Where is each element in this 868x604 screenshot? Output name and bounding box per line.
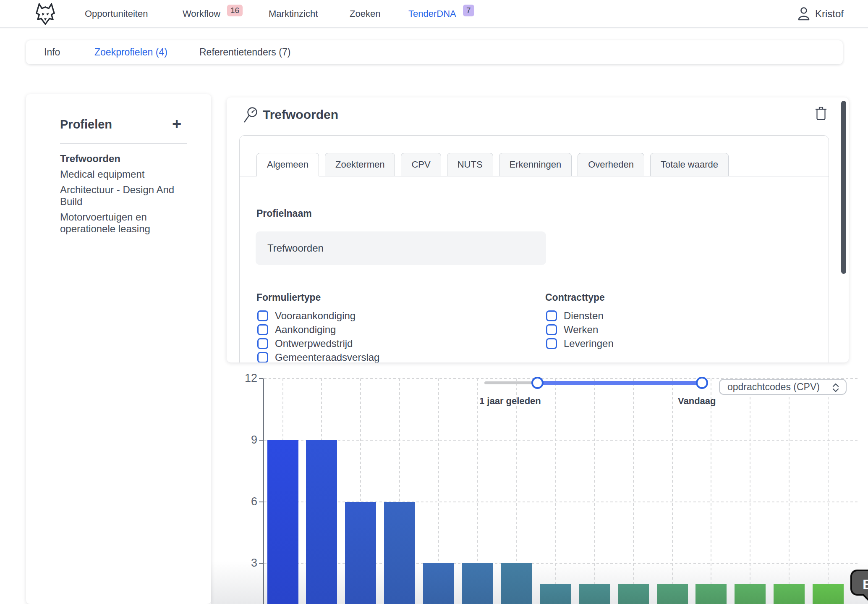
profile-detail-card: Trefwoorden Algemeen Zoektermen CPV NUTS… [227,97,849,362]
bar[interactable] [813,584,844,604]
ptab-erkenningen[interactable]: Erkenningen [499,153,572,176]
bar[interactable] [345,502,376,604]
profile-list-item-motorvoertuigen[interactable]: Motorvoertuigen en operationele leasing [60,211,189,235]
workflow-count-badge: 16 [227,5,243,16]
chart-type-select[interactable]: opdrachtcodes (CPV) [719,379,847,395]
date-slider-track[interactable] [484,381,539,384]
checkbox-diensten[interactable] [546,310,557,321]
y-axis-tick-label: 3 [230,557,257,570]
y-axis-tick [259,378,263,379]
checkbox-label: Werken [564,324,598,336]
ptab-algemeen[interactable]: Algemeen [256,153,319,176]
profielnaam-input[interactable]: Trefwoorden [256,231,546,265]
y-axis-tick [259,502,263,502]
section-tabbar: Info Zoekprofielen (4) Referentietenders… [26,40,843,64]
date-slider-range[interactable] [538,381,702,385]
y-axis-tick [259,563,263,564]
v-gridline [594,378,595,604]
y-axis-tick [259,440,263,441]
tab-referentietenders[interactable]: Referentietenders (7) [199,40,290,64]
formuliertype-label: Formuliertype [256,292,321,303]
bar[interactable] [774,584,805,604]
checkbox-row-werken[interactable]: Werken [546,323,614,336]
bar[interactable] [657,584,688,604]
checkbox-vooraankondiging[interactable] [257,310,268,321]
date-slider-handle-start[interactable] [531,377,544,389]
feedback-bubble-button[interactable]: B [850,570,868,596]
v-gridline [555,378,556,604]
profile-list: Trefwoorden Medical equipment Architectu… [60,153,189,239]
y-axis-tick-label: 6 [230,495,257,508]
checkbox-gemeenteraadsverslag[interactable] [257,352,268,363]
sidebar-title: Profielen [60,118,112,131]
checkbox-row-diensten[interactable]: Diensten [546,310,614,322]
bar[interactable] [540,584,571,604]
bar[interactable] [267,440,298,604]
magnifier-icon [243,106,259,126]
wolf-logo[interactable] [34,3,56,25]
bar[interactable] [384,502,415,604]
nav-item-zoeken[interactable]: Zoeken [350,0,380,28]
bar[interactable] [695,584,727,604]
checkbox-row-leveringen[interactable]: Leveringen [546,337,614,349]
ptab-nuts[interactable]: NUTS [447,153,493,176]
checkbox-row-aankondiging[interactable]: Aankondiging [257,323,379,336]
person-outline-icon [797,7,810,21]
tenderdna-count-badge: 7 [463,5,474,16]
ptab-zoektermen[interactable]: Zoektermen [325,153,395,176]
slider-start-label: 1 jaar geleden [479,396,541,407]
checkbox-aankondiging[interactable] [257,324,268,335]
profile-list-item-trefwoorden[interactable]: Trefwoorden [60,153,189,165]
checkbox-werken[interactable] [546,324,557,335]
ptab-totale-waarde[interactable]: Totale waarde [650,153,729,176]
contracttype-options: Diensten Werken Leveringen [546,310,614,349]
checkbox-label: Gemeenteraadsverslag [275,352,379,363]
top-navbar: Opportuniteiten Workflow 16 Marktinzicht… [0,0,868,28]
sidebar-divider [60,143,187,144]
contracttype-label: Contracttype [545,292,605,303]
y-axis-tick-label: 9 [230,433,257,446]
profile-tabs: Algemeen Zoektermen CPV NUTS Erkenningen… [256,153,729,176]
profielnaam-value: Trefwoorden [267,242,324,254]
bar[interactable] [579,584,610,604]
v-gridline [789,378,790,604]
checkbox-row-gemeenteraadsverslag[interactable]: Gemeenteraadsverslag [257,351,379,362]
trash-icon[interactable] [815,106,829,121]
ptab-overheden[interactable]: Overheden [578,153,644,176]
checkbox-label: Vooraankondiging [275,310,356,322]
checkbox-row-ontwerpwedstrijd[interactable]: Ontwerpwedstrijd [257,337,379,349]
checkbox-leveringen[interactable] [546,338,557,349]
bar[interactable] [462,563,493,604]
user-menu[interactable]: Kristof [797,0,844,28]
profile-list-item-medical-equipment[interactable]: Medical equipment [60,168,189,180]
ptab-cpv[interactable]: CPV [401,153,441,176]
v-gridline [828,378,829,604]
tab-zoekprofielen[interactable]: Zoekprofielen (4) [94,40,167,64]
bar[interactable] [306,440,337,604]
h-gridline [264,440,859,441]
add-profile-button[interactable]: + [172,115,181,133]
tab-info[interactable]: Info [44,40,60,64]
bar[interactable] [501,563,532,604]
checkbox-ontwerpwedstrijd[interactable] [257,338,268,349]
nav-item-marktinzicht[interactable]: Marktinzicht [269,0,318,28]
bar[interactable] [618,584,649,604]
v-gridline [711,378,711,604]
bar[interactable] [735,584,766,604]
date-slider-handle-end[interactable] [696,377,708,389]
y-axis-tick-label: 12 [230,372,257,385]
slider-end-label: Vandaag [678,396,716,407]
checkbox-label: Ontwerpwedstrijd [275,338,353,349]
user-name: Kristof [815,8,844,20]
nav-item-tenderdna[interactable]: TenderDNA [408,0,456,28]
nav-item-opportuniteiten[interactable]: Opportuniteiten [85,0,148,28]
panel-scrollbar-thumb[interactable] [841,101,846,274]
checkbox-row-vooraankondiging[interactable]: Vooraankondiging [257,310,379,322]
profile-form-panel: Algemeen Zoektermen CPV NUTS Erkenningen… [239,135,829,362]
bar[interactable] [423,563,454,604]
chart-type-select-value: opdrachtcodes (CPV) [727,381,820,393]
checkbox-label: Leveringen [564,338,614,349]
y-axis-line [263,378,264,604]
profile-list-item-architectuur[interactable]: Architectuur - Design And Build [60,184,189,207]
nav-item-workflow[interactable]: Workflow [183,0,220,28]
